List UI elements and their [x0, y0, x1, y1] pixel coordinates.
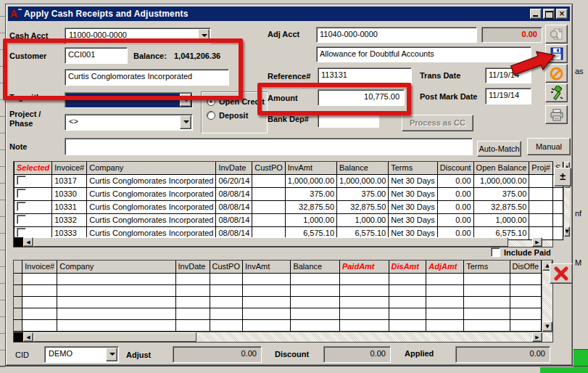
- post-mark-date-input[interactable]: 11/19/14: [485, 88, 531, 104]
- table-cell[interactable]: 1,000.00: [285, 213, 336, 226]
- table-cell[interactable]: [252, 213, 286, 226]
- table-cell[interactable]: 1,000,000.00: [473, 174, 529, 187]
- table-cell[interactable]: 10331: [52, 200, 87, 213]
- table-cell[interactable]: [552, 187, 563, 200]
- row-checkbox[interactable]: [17, 202, 26, 211]
- amount-input[interactable]: 10,775.00: [318, 89, 405, 106]
- applied-grid-hscrollbar[interactable]: ◀ ▶: [14, 332, 552, 342]
- table-cell[interactable]: Curtis Conglomorates Incorporated: [87, 174, 216, 187]
- table-cell[interactable]: Curtis Conglomorates Incorporated: [87, 213, 216, 226]
- minimize-button[interactable]: [530, 9, 542, 19]
- invoice-table[interactable]: SelectedInvoice#CompanyInvDateCustPOInvA…: [14, 162, 563, 240]
- table-row[interactable]: 10330Curtis Conglomorates Incorporated08…: [14, 187, 563, 200]
- chevron-down-icon[interactable]: [180, 115, 191, 129]
- table-row[interactable]: 10317Curtis Conglomorates Incorporated06…: [14, 174, 563, 187]
- scroll-down-icon[interactable]: ▼: [564, 226, 569, 237]
- note-input[interactable]: [65, 138, 473, 155]
- table-row[interactable]: 10332Curtis Conglomorates Incorporated08…: [14, 213, 563, 226]
- scroll-down-icon[interactable]: ▼: [542, 321, 552, 332]
- radio-selected-icon[interactable]: [207, 97, 215, 106]
- maximize-button[interactable]: [543, 9, 555, 19]
- checkbox-icon[interactable]: [491, 247, 500, 257]
- table-cell[interactable]: 06/20/14: [216, 174, 252, 187]
- scroll-left-icon[interactable]: ◀: [23, 332, 33, 342]
- table-cell[interactable]: [529, 174, 553, 187]
- scroll-right-icon[interactable]: ▶: [532, 332, 542, 342]
- table-cell[interactable]: 32,875.50: [285, 200, 336, 213]
- table-cell[interactable]: 0.00: [437, 213, 473, 226]
- selected-cell[interactable]: [15, 187, 52, 200]
- table-cell[interactable]: 08/08/14: [216, 187, 252, 200]
- project-phase-combobox[interactable]: <>: [65, 114, 193, 131]
- table-cell[interactable]: 0.00: [437, 200, 473, 213]
- table-cell[interactable]: 1,000,000.00: [337, 174, 389, 187]
- table-row[interactable]: 10331Curtis Conglomorates Incorporated08…: [14, 200, 563, 213]
- table-cell[interactable]: 375.00: [473, 187, 529, 200]
- scrollbar-thumb[interactable]: [33, 332, 196, 342]
- deposit-radio[interactable]: Deposit: [207, 111, 248, 120]
- table-cell[interactable]: [252, 174, 286, 187]
- adj-acct-input[interactable]: 11040-000-0000: [316, 27, 477, 43]
- scroll-left-icon[interactable]: ◀: [23, 237, 33, 247]
- open-credit-radio[interactable]: Open Credit: [207, 97, 265, 106]
- row-checkbox[interactable]: [17, 189, 26, 198]
- table-cell[interactable]: 375.00: [337, 187, 389, 200]
- include-paid-checkbox[interactable]: Include Paid: [491, 247, 551, 257]
- table-cell[interactable]: [529, 200, 553, 213]
- chevron-down-icon[interactable]: [106, 348, 117, 361]
- table-cell[interactable]: [552, 200, 563, 213]
- table-cell[interactable]: Curtis Conglomorates Incorporated: [87, 187, 216, 200]
- table-cell[interactable]: Net 30 Days: [389, 200, 438, 213]
- print-button[interactable]: [545, 105, 568, 124]
- table-cell[interactable]: 375.00: [285, 187, 336, 200]
- row-checkbox[interactable]: [17, 215, 26, 224]
- post-button[interactable]: [545, 83, 568, 102]
- chevron-down-icon[interactable]: [180, 94, 191, 107]
- table-cell[interactable]: 08/08/14: [216, 200, 252, 213]
- cancel-button[interactable]: [545, 64, 568, 83]
- table-cell[interactable]: 32,875.50: [337, 200, 389, 213]
- reference-input[interactable]: 113131: [318, 67, 412, 83]
- cid-combobox[interactable]: DEMO: [44, 346, 119, 363]
- table-cell[interactable]: Curtis Conglomorates Incorporated: [87, 200, 216, 213]
- invoice-grid[interactable]: SelectedInvoice#CompanyInvDateCustPOInvA…: [13, 161, 553, 247]
- invoice-grid-hscrollbar[interactable]: ◀ ▶: [14, 237, 552, 247]
- customer-code-input[interactable]: CCI001: [65, 47, 128, 64]
- table-cell[interactable]: 32,875.50: [473, 200, 529, 213]
- table-cell[interactable]: [529, 213, 553, 226]
- row-checkbox[interactable]: [17, 228, 26, 237]
- close-button[interactable]: ×: [556, 9, 568, 19]
- table-cell[interactable]: [252, 187, 286, 200]
- manual-button[interactable]: Manual: [527, 138, 571, 155]
- table-cell[interactable]: 1,000.00: [473, 213, 529, 226]
- table-cell[interactable]: 08/08/14: [216, 213, 252, 226]
- radio-icon[interactable]: [207, 111, 215, 120]
- table-cell[interactable]: Net 30 Days: [389, 213, 438, 226]
- scrollbar-thumb[interactable]: [33, 237, 508, 247]
- table-cell[interactable]: Net 30 Days: [389, 174, 438, 187]
- table-cell[interactable]: 1,000.00: [337, 213, 389, 226]
- table-cell[interactable]: 1,000,000.00: [285, 174, 336, 187]
- table-cell[interactable]: [529, 187, 553, 200]
- table-cell[interactable]: 10332: [52, 213, 87, 226]
- scroll-right-icon[interactable]: ▶: [532, 237, 542, 247]
- tag-with-combobox[interactable]: [65, 92, 193, 108]
- cash-acct-combobox[interactable]: 11000-000-0000: [65, 28, 211, 44]
- selected-cell[interactable]: [15, 200, 52, 213]
- auto-match-button[interactable]: Auto-Match: [477, 141, 521, 157]
- table-cell[interactable]: 10317: [52, 174, 87, 187]
- selected-cell[interactable]: [15, 174, 52, 187]
- trans-date-input[interactable]: 11/19/14: [485, 67, 531, 83]
- row-checkbox[interactable]: [17, 176, 26, 185]
- remove-applied-button[interactable]: [550, 263, 573, 284]
- title-bar[interactable]: A Apply Cash Receipts and Adjustments ×: [8, 7, 570, 21]
- table-cell[interactable]: 0.00: [437, 187, 473, 200]
- table-cell[interactable]: [252, 200, 286, 213]
- customer-name-input[interactable]: Curtis Conglomorates Incorporated: [65, 69, 229, 86]
- save-button[interactable]: [545, 44, 568, 63]
- adj-acct-name-input[interactable]: Allowance for Doubtful Accounts: [316, 46, 531, 62]
- table-cell[interactable]: 0.00: [437, 174, 473, 187]
- table-cell[interactable]: [552, 213, 563, 226]
- bank-dep-input[interactable]: [318, 111, 379, 128]
- table-cell[interactable]: [552, 226, 563, 239]
